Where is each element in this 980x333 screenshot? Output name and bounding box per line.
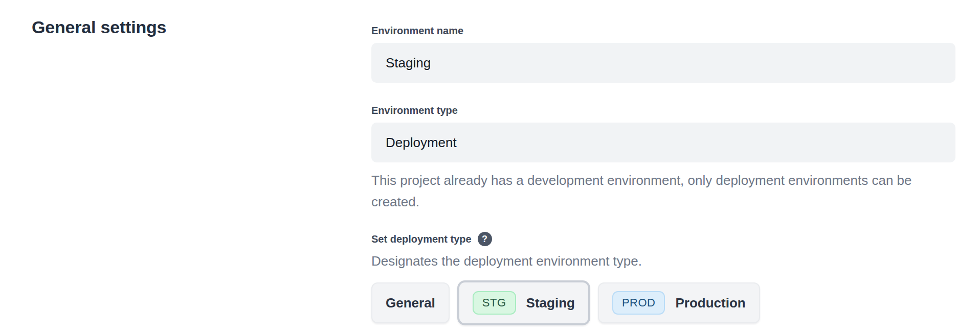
environment-name-input[interactable] [371, 43, 955, 83]
environment-name-label: Environment name [371, 25, 955, 37]
settings-form: Environment name Environment type This p… [371, 25, 955, 325]
question-mark-circle-icon[interactable]: ? [478, 232, 492, 246]
prod-badge: PROD [612, 291, 665, 315]
stg-badge: STG [473, 291, 516, 315]
environment-type-label: Environment type [371, 104, 955, 116]
environment-type-input[interactable] [371, 123, 955, 162]
environment-type-helper-text: This project already has a development e… [371, 170, 955, 212]
option-staging-label: Staging [526, 295, 575, 311]
deployment-type-option-production[interactable]: PROD Production [598, 282, 760, 323]
deployment-type-options: General STG Staging PROD Production [371, 280, 955, 325]
option-production-label: Production [675, 295, 745, 311]
set-deployment-type-label: Set deployment type [371, 233, 472, 245]
deployment-type-option-staging[interactable]: STG Staging [457, 280, 590, 325]
page-title: General settings [32, 17, 166, 37]
option-general-label: General [386, 295, 435, 311]
deployment-type-option-general[interactable]: General [371, 282, 450, 323]
deployment-type-description: Designates the deployment environment ty… [371, 253, 955, 269]
